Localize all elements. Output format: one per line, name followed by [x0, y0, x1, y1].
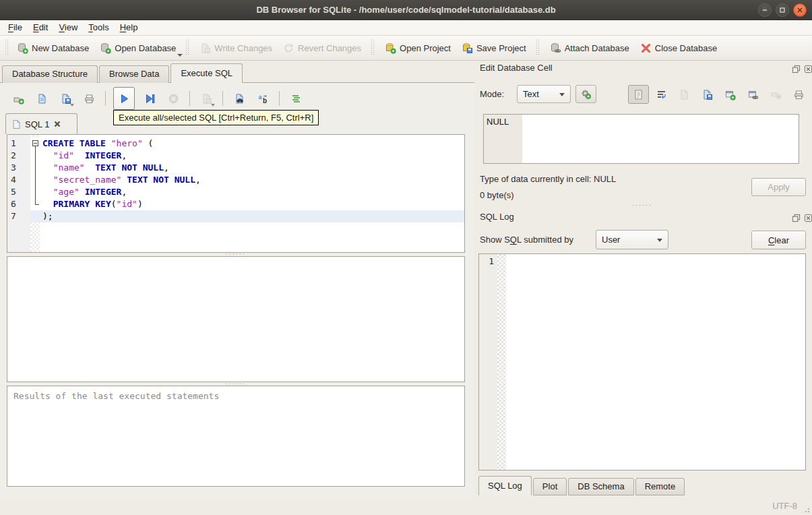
editor-line-2[interactable]: 2 "id" INTEGER,	[7, 150, 464, 162]
open-sql-tab-button[interactable]	[9, 89, 27, 108]
save-sql-file-icon	[60, 93, 71, 104]
cell-value-editor[interactable]: NULL	[483, 114, 799, 164]
toolbar-button-label: Close Database	[655, 43, 718, 53]
toolbar-button-attach-database[interactable]: Attach Database	[544, 39, 635, 57]
link-icon	[747, 89, 759, 100]
menu-item-edit[interactable]: Edit	[28, 20, 53, 35]
float-dock-button[interactable]	[791, 213, 801, 222]
sql-log-dock-buttons	[791, 213, 812, 222]
print-icon	[793, 89, 805, 100]
sql-log-dock-title: SQL Log	[480, 212, 514, 222]
editor-line-7[interactable]: 7);	[7, 210, 464, 222]
toolbar-separator	[222, 91, 223, 106]
float-dock-button[interactable]	[791, 64, 801, 73]
float-icon	[792, 65, 801, 73]
text-mode-button[interactable]	[628, 85, 649, 104]
bottom-tab-sql-log[interactable]: SQL Log	[478, 476, 532, 495]
bottom-tab-plot[interactable]: Plot	[533, 478, 567, 495]
editor-line-3[interactable]: 3 "name" TEXT NOT NULL,	[7, 162, 464, 174]
editor-line-6[interactable]: 6 PRIMARY KEY("id")	[7, 198, 464, 210]
editor-line-text: "age" INTEGER,	[40, 186, 464, 198]
results-grid-pane[interactable]	[7, 256, 465, 382]
maximize-button[interactable]	[776, 3, 789, 17]
close-tab-icon[interactable]	[53, 120, 61, 128]
tab-database-structure[interactable]: Database Structure	[2, 65, 98, 83]
toolbar-button-close-database[interactable]: Close Database	[635, 39, 723, 57]
close-button[interactable]	[793, 3, 807, 17]
window-controls	[758, 3, 807, 17]
chevron-down-icon[interactable]	[177, 54, 183, 57]
fold-marker	[30, 198, 40, 210]
save-project-icon	[462, 42, 473, 54]
toolbar-button-open-project[interactable]: Open Project	[379, 39, 456, 57]
auto-switch-mode-button[interactable]	[575, 85, 596, 103]
statusbar: UTF-8	[0, 497, 812, 515]
print-cell-button[interactable]	[788, 85, 809, 104]
toolbar-button-label: Attach Database	[565, 43, 629, 53]
fold-marker	[30, 174, 40, 186]
menu-item-file[interactable]: File	[3, 20, 28, 35]
close-dock-button[interactable]	[803, 213, 812, 222]
resize-grip-icon[interactable]	[802, 505, 811, 514]
export-to-file-button[interactable]	[697, 85, 718, 104]
toolbar-button-open-database[interactable]: Open Database	[94, 39, 181, 57]
log-source-combobox[interactable]: User	[596, 230, 668, 249]
open-in-external-app-button[interactable]	[720, 85, 741, 104]
chevron-down-icon[interactable]	[70, 104, 74, 107]
results-message-pane[interactable]: Results of the last executed statements	[7, 386, 465, 487]
toolbar-separator	[279, 91, 280, 106]
chevron-down-icon	[559, 93, 565, 96]
fold-marker	[30, 210, 40, 222]
open-sql-file-button[interactable]	[33, 89, 51, 108]
auto-completion-button[interactable]: ab	[254, 89, 272, 108]
fold-marker[interactable]	[30, 138, 40, 150]
tab-execute-sql[interactable]: Execute SQL	[170, 63, 243, 83]
link-data-button[interactable]	[743, 85, 763, 104]
toolbar-button-new-database[interactable]: New Database	[11, 39, 94, 57]
save-sql-file-button[interactable]	[57, 89, 74, 108]
execute-current-line-button[interactable]	[141, 89, 158, 108]
log-line-number: 1	[479, 254, 497, 470]
right-panel-splitter[interactable]: ······	[478, 204, 806, 207]
chevron-down-icon[interactable]	[211, 104, 215, 107]
mode-combobox[interactable]: Text	[517, 85, 571, 103]
minimize-button[interactable]	[758, 3, 772, 17]
main-tab-bar: Database StructureBrowse DataExecute SQL	[2, 63, 244, 83]
word-wrap-button[interactable]	[651, 85, 672, 104]
sql-log-filter-label: Show SQL submitted by	[480, 235, 573, 245]
app-window: { "window": { "title": "DB Browser for S…	[0, 0, 812, 515]
float-icon	[792, 214, 801, 222]
tab-browse-data[interactable]: Browse Data	[99, 65, 169, 83]
fold-marker	[30, 150, 40, 162]
main-toolbar: New DatabaseOpen DatabaseWrite ChangesRe…	[0, 36, 812, 61]
menu-item-tools[interactable]: Tools	[83, 20, 114, 35]
find-replace-button[interactable]	[230, 89, 248, 108]
execute-all-sql-button[interactable]	[113, 87, 135, 110]
print-sql-button[interactable]	[80, 89, 98, 108]
sql-editor[interactable]: 1CREATE TABLE "hero" (2 "id" INTEGER,3 "…	[7, 134, 465, 253]
set-as-null-button	[766, 85, 786, 104]
editor-splitter[interactable]: ······	[7, 252, 465, 255]
chevron-down-icon	[657, 239, 662, 242]
sql-log-view[interactable]: 1	[478, 253, 806, 471]
editor-line-4[interactable]: 4 "secret_name" TEXT NOT NULL,	[7, 174, 464, 186]
open-sql-file-icon	[36, 93, 48, 104]
text-mode-icon	[633, 89, 644, 100]
toolbar-button-save-project[interactable]: Save Project	[456, 39, 532, 57]
sql-document-tab[interactable]: SQL 1	[5, 113, 77, 134]
bottom-tab-db-schema[interactable]: DB Schema	[568, 478, 633, 495]
format-sql-button[interactable]	[287, 89, 305, 108]
clear-log-button[interactable]: Clear	[751, 231, 806, 249]
editor-line-1[interactable]: 1CREATE TABLE "hero" (	[7, 138, 464, 150]
menu-item-view[interactable]: View	[53, 20, 83, 35]
bottom-tab-remote[interactable]: Remote	[635, 478, 685, 495]
close-dock-button[interactable]	[803, 64, 812, 73]
editor-line-text: PRIMARY KEY("id")	[40, 198, 464, 210]
toolbar-grip[interactable]	[5, 40, 9, 56]
toolbar-button-revert-changes: Revert Changes	[278, 39, 367, 57]
apply-button[interactable]: Apply	[751, 178, 806, 196]
editor-line-5[interactable]: 5 "age" INTEGER,	[7, 186, 464, 198]
menu-item-help[interactable]: Help	[115, 20, 144, 35]
window-titlebar[interactable]: DB Browser for SQLite - /home/user/code/…	[0, 0, 812, 20]
set-null-icon	[770, 89, 782, 100]
